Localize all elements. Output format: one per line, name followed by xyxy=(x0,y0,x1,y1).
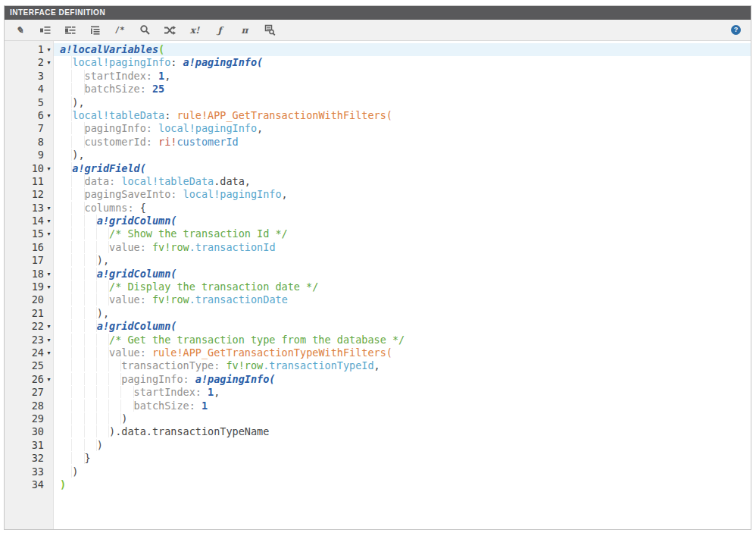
code-text[interactable]: a!gridColumn( xyxy=(54,320,751,333)
code-text[interactable]: ), xyxy=(54,307,751,320)
help-icon[interactable]: ? xyxy=(731,25,741,35)
toggle-comment-icon[interactable]: /* xyxy=(114,24,126,36)
line-gutter: 27 xyxy=(5,386,54,399)
code-text[interactable]: } xyxy=(54,452,751,465)
code-text[interactable]: ) xyxy=(54,478,751,491)
code-line: 33 ) xyxy=(5,465,751,478)
code-text[interactable]: ), xyxy=(54,96,751,109)
fold-toggle-icon[interactable]: ▾ xyxy=(44,281,54,293)
token-fn: a!gridColumn( xyxy=(97,320,177,332)
pi-operator-icon[interactable]: π xyxy=(239,24,251,36)
code-line: 11 data: local!tableData.data, xyxy=(5,175,751,188)
code-text[interactable]: pagingInfo: local!pagingInfo, xyxy=(54,122,751,135)
code-text[interactable]: pagingSaveInto: local!pagingInfo, xyxy=(54,188,751,201)
code-text[interactable]: batchSize: 25 xyxy=(54,83,751,96)
fold-toggle-icon[interactable]: ▾ xyxy=(44,334,54,346)
insert-function-icon[interactable]: ƒ xyxy=(214,24,226,36)
code-text[interactable]: /* Display the transaction date */ xyxy=(54,281,751,293)
line-number: 7 xyxy=(38,122,44,135)
code-line: 30 ).data.transactionTypeName xyxy=(5,425,751,438)
code-text[interactable]: a!gridColumn( xyxy=(54,268,751,281)
token-num: 1 xyxy=(158,70,164,82)
code-text[interactable]: pagingInfo: a!pagingInfo( xyxy=(54,373,751,386)
code-text[interactable]: /* Show the transaction Id */ xyxy=(54,227,751,240)
token-punc: , xyxy=(374,359,380,371)
code-text[interactable]: batchSize: 1 xyxy=(54,400,751,412)
code-text[interactable]: startIndex: 1, xyxy=(54,386,751,399)
token-punc: { xyxy=(140,202,146,214)
line-number: 12 xyxy=(32,188,44,201)
token-ws xyxy=(60,202,85,214)
fold-toggle-icon[interactable]: ▾ xyxy=(44,227,54,240)
indent-decrease-icon[interactable] xyxy=(39,24,51,36)
code-text[interactable]: ) xyxy=(54,439,751,452)
code-line: 9 ), xyxy=(5,149,751,161)
line-number: 27 xyxy=(32,386,44,399)
token-var: local!tableData xyxy=(72,109,164,121)
fold-toggle-icon[interactable]: ▾ xyxy=(44,109,54,122)
code-text[interactable]: ) xyxy=(54,465,751,478)
code-text[interactable]: a!gridField( xyxy=(54,162,751,175)
token-ws xyxy=(60,465,72,478)
code-text[interactable]: a!gridColumn( xyxy=(54,215,751,227)
code-text[interactable]: ) xyxy=(54,412,751,425)
code-text[interactable]: /* Get the transaction type from the dat… xyxy=(54,334,751,346)
code-text[interactable]: value: rule!APP_GetTransactionTypeWithFi… xyxy=(54,346,751,359)
token-param: pagingInfo: xyxy=(85,122,159,134)
line-gutter: 15▾ xyxy=(5,227,54,240)
code-text[interactable]: value: fv!row.transactionDate xyxy=(54,293,751,306)
fold-toggle-icon[interactable]: ▾ xyxy=(44,346,54,359)
line-gutter: 3 xyxy=(5,70,54,83)
fold-toggle-icon[interactable]: ▾ xyxy=(44,215,54,227)
indent-increase-icon[interactable] xyxy=(64,24,76,36)
edit-pencil-icon[interactable]: ✎ xyxy=(14,24,26,36)
token-prop: .transactionId xyxy=(189,241,276,253)
code-text[interactable]: a!localVariables( xyxy=(54,43,751,56)
code-line: 3 startIndex: 1, xyxy=(5,70,751,83)
format-code-icon[interactable] xyxy=(89,24,101,36)
line-number: 11 xyxy=(32,175,44,188)
token-param: value: xyxy=(109,293,152,306)
token-prop: .transactionTypeId xyxy=(263,359,373,371)
code-line: 8 customerId: ri!customerId xyxy=(5,136,751,149)
code-text[interactable]: local!pagingInfo: a!pagingInfo( xyxy=(54,56,751,69)
browse-rules-icon[interactable] xyxy=(264,24,276,36)
token-ws xyxy=(60,215,97,227)
test-expression-icon[interactable] xyxy=(164,24,176,36)
code-line: 25 transactionType: fv!row.transactionTy… xyxy=(5,359,751,372)
search-icon[interactable] xyxy=(139,24,151,36)
code-text[interactable]: customerId: ri!customerId xyxy=(54,136,751,149)
fold-toggle-icon[interactable]: ▾ xyxy=(44,202,54,215)
code-text[interactable]: data: local!tableData.data, xyxy=(54,175,751,188)
code-editor[interactable]: 1▾a!localVariables(2▾ local!pagingInfo: … xyxy=(5,41,751,529)
token-ws xyxy=(60,412,121,425)
code-text[interactable]: local!tableData: rule!APP_GetTransaction… xyxy=(54,109,751,122)
token-comment: /* Display the transaction date */ xyxy=(109,281,318,293)
line-number: 31 xyxy=(32,439,44,452)
code-line: 15▾ /* Show the transaction Id */ xyxy=(5,227,751,240)
fold-toggle-icon[interactable]: ▾ xyxy=(44,162,54,175)
line-gutter: 29 xyxy=(5,412,54,425)
code-text[interactable]: transactionType: fv!row.transactionTypeI… xyxy=(54,359,751,372)
fold-toggle-icon[interactable]: ▾ xyxy=(44,373,54,386)
code-text[interactable]: value: fv!row.transactionId xyxy=(54,241,751,254)
code-line: 22▾ a!gridColumn( xyxy=(5,320,751,333)
token-ws xyxy=(60,109,72,121)
line-gutter: 5 xyxy=(5,96,54,109)
fold-toggle-icon[interactable]: ▾ xyxy=(44,43,54,56)
code-text[interactable]: columns: { xyxy=(54,202,751,215)
fold-toggle-icon[interactable]: ▾ xyxy=(44,268,54,281)
token-punc: , xyxy=(164,70,170,82)
code-text[interactable]: ), xyxy=(54,254,751,267)
code-text[interactable]: ).data.transactionTypeName xyxy=(54,425,751,438)
token-punc: : xyxy=(164,109,177,121)
fold-toggle-icon[interactable]: ▾ xyxy=(44,56,54,69)
fold-toggle-icon[interactable]: ▾ xyxy=(44,320,54,333)
token-punc: ) xyxy=(97,439,103,451)
code-text[interactable]: startIndex: 1, xyxy=(54,70,751,83)
code-text[interactable]: ), xyxy=(54,149,751,161)
code-line: 24▾ value: rule!APP_GetTransactionTypeWi… xyxy=(5,346,751,359)
token-ws xyxy=(60,386,134,398)
expression-check-icon[interactable]: x! xyxy=(189,24,201,36)
token-ws xyxy=(60,122,85,134)
